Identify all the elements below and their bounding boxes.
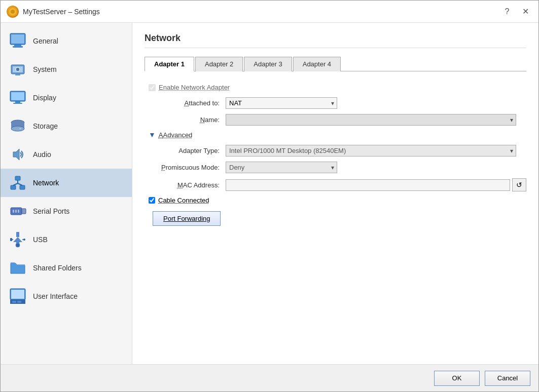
svg-rect-19 — [15, 176, 20, 180]
name-select-wrapper — [226, 114, 516, 126]
sidebar-label-usb: USB — [33, 236, 48, 244]
tab-adapter2[interactable]: Adapter 2 — [195, 57, 243, 71]
sidebar-item-serial-ports[interactable]: Serial Ports — [1, 197, 132, 225]
svg-rect-30 — [16, 232, 19, 237]
sidebar-item-usb[interactable]: USB — [1, 225, 132, 254]
svg-rect-28 — [18, 210, 19, 213]
settings-window: MyTestServer – Settings ? ✕ General — [0, 0, 539, 392]
mac-address-row: MAC Address: 0800271B267D ↺ — [145, 178, 526, 191]
content-area: General System — [1, 23, 538, 364]
svg-point-32 — [16, 243, 20, 247]
mac-address-input[interactable]: 0800271B267D — [226, 179, 510, 191]
title-bar-controls: ? ✕ — [500, 5, 532, 19]
ok-button[interactable]: OK — [434, 371, 480, 386]
cable-connected-label: Cable Connected — [158, 197, 209, 204]
svg-point-10 — [16, 67, 20, 71]
tab-adapter3[interactable]: Adapter 3 — [244, 57, 292, 71]
storage-icon — [9, 117, 27, 135]
sidebar-label-audio: Audio — [33, 150, 51, 159]
promiscuous-control: Deny Allow VMs Allow All — [226, 162, 526, 173]
svg-rect-21 — [20, 185, 25, 189]
advanced-row[interactable]: ▼ AAdvanced — [149, 131, 526, 139]
sidebar-label-shared-folders: Shared Folders — [33, 264, 82, 272]
adapter-type-select-wrapper: Intel PRO/1000 MT Desktop (82540EM) — [226, 145, 516, 156]
sidebar-item-general[interactable]: General — [1, 27, 132, 55]
sidebar-label-storage: Storage — [33, 122, 58, 130]
help-button[interactable]: ? — [500, 5, 514, 19]
sidebar-label-display: Display — [33, 94, 56, 102]
user-interface-icon — [9, 287, 27, 305]
svg-rect-4 — [11, 34, 24, 44]
network-icon — [9, 174, 27, 192]
form-section: Enable Network Adapter Attached to: NAT … — [145, 80, 526, 230]
attached-to-select[interactable]: NAT Bridged Adapter Internal Network Hos… — [226, 97, 337, 109]
section-title: Network — [145, 33, 526, 48]
attached-to-label: Attached to: — [145, 99, 226, 107]
sidebar-label-general: General — [33, 37, 58, 45]
name-control — [226, 114, 526, 126]
svg-point-18 — [19, 128, 21, 129]
sidebar-label-network: Network — [33, 179, 59, 187]
svg-rect-26 — [13, 210, 14, 213]
svg-rect-14 — [13, 103, 22, 104]
attached-to-control: NAT Bridged Adapter Internal Network Hos… — [226, 97, 526, 109]
adapter-type-label: Adapter Type: — [145, 147, 226, 154]
promiscuous-mode-label: Promiscuous Mode: — [145, 164, 226, 171]
sidebar-label-serial-ports: Serial Ports — [33, 207, 69, 215]
sidebar-item-user-interface[interactable]: User Interface — [1, 282, 132, 310]
tab-adapter4[interactable]: Adapter 4 — [293, 57, 341, 71]
app-icon — [7, 6, 19, 18]
main-panel: Network Adapter 1 Adapter 2 Adapter 3 Ad… — [132, 23, 538, 364]
adapter-type-row: Adapter Type: Intel PRO/1000 MT Desktop … — [145, 145, 526, 156]
sidebar-label-system: System — [33, 65, 57, 73]
enable-adapter-checkbox[interactable] — [149, 84, 156, 91]
system-icon — [9, 60, 27, 79]
promiscuous-select[interactable]: Deny Allow VMs Allow All — [226, 162, 337, 173]
shared-folders-icon — [9, 259, 27, 277]
svg-rect-6 — [13, 46, 23, 48]
svg-rect-40 — [12, 301, 16, 303]
title-bar-left: MyTestServer – Settings — [7, 6, 100, 18]
tab-adapter1[interactable]: Adapter 1 — [145, 57, 194, 71]
cable-connected-row: Cable Connected — [149, 197, 526, 204]
svg-rect-41 — [17, 301, 21, 303]
enable-adapter-label: Enable Network Adapter — [159, 84, 230, 91]
sidebar-item-system[interactable]: System — [1, 55, 132, 84]
sidebar-item-network[interactable]: Network — [1, 169, 132, 197]
name-row: Name: — [145, 114, 526, 126]
svg-rect-13 — [15, 101, 20, 103]
advanced-label: AAdvanced — [159, 131, 193, 139]
mac-address-control: 0800271B267D ↺ — [226, 178, 526, 191]
mac-address-label: MAC Address: — [145, 181, 226, 189]
sidebar-item-storage[interactable]: Storage — [1, 112, 132, 140]
svg-rect-12 — [11, 92, 24, 100]
adapter-type-control: Intel PRO/1000 MT Desktop (82540EM) — [226, 145, 526, 156]
svg-rect-34 — [10, 238, 12, 241]
cable-connected-checkbox[interactable] — [149, 197, 155, 204]
close-button[interactable]: ✕ — [518, 5, 532, 19]
port-forwarding-button[interactable]: Port Forwarding — [153, 211, 221, 226]
svg-point-17 — [11, 126, 24, 131]
serial-ports-icon — [9, 202, 27, 220]
svg-rect-5 — [14, 45, 21, 46]
svg-rect-27 — [15, 210, 17, 213]
usb-icon — [9, 230, 27, 249]
sidebar-item-display[interactable]: Display — [1, 84, 132, 112]
general-icon — [9, 32, 27, 50]
promiscuous-select-wrapper: Deny Allow VMs Allow All — [226, 162, 337, 173]
window-title: MyTestServer – Settings — [23, 8, 100, 16]
sidebar-item-shared-folders[interactable]: Shared Folders — [1, 254, 132, 282]
attached-to-row: Attached to: NAT Bridged Adapter Interna… — [145, 97, 526, 109]
sidebar-label-user-interface: User Interface — [33, 292, 78, 300]
adapter-type-select[interactable]: Intel PRO/1000 MT Desktop (82540EM) — [226, 145, 516, 156]
svg-rect-29 — [22, 209, 26, 214]
name-select[interactable] — [226, 114, 516, 126]
advanced-triangle-icon: ▼ — [149, 131, 156, 139]
audio-icon — [9, 145, 27, 164]
name-label: Name: — [145, 116, 226, 124]
mac-refresh-button[interactable]: ↺ — [512, 178, 526, 191]
sidebar-item-audio[interactable]: Audio — [1, 140, 132, 169]
cancel-button[interactable]: Cancel — [485, 371, 530, 386]
svg-point-36 — [23, 239, 25, 241]
attached-to-select-wrapper: NAT Bridged Adapter Internal Network Hos… — [226, 97, 337, 109]
